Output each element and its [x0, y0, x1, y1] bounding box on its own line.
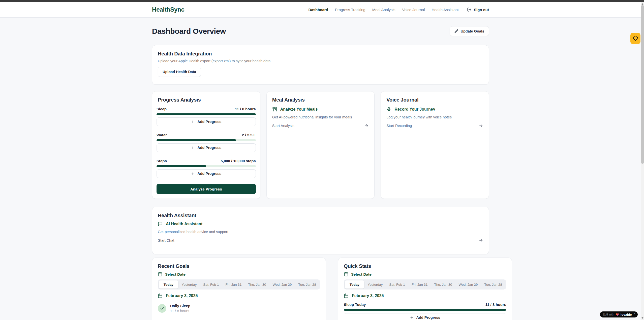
add-progress-button[interactable]: Add Progress: [157, 117, 256, 126]
assistant-description: Get personalized health advice and suppo…: [158, 230, 483, 234]
recent-goals-title: Recent Goals: [158, 263, 320, 269]
date-tabs: Today Yesterday Sat, Feb 1 Fri, Jan 31 T…: [344, 279, 506, 290]
stat-value: 11 / 8 hours: [485, 302, 506, 307]
selected-date-button[interactable]: February 3, 2025: [158, 293, 320, 298]
scrollbar-thumb[interactable]: [641, 5, 644, 164]
sign-out-button[interactable]: Sign out: [467, 7, 489, 12]
progress-bar: [157, 139, 256, 141]
scroll-down-arrow[interactable]: [641, 317, 643, 319]
nav-health-assistant[interactable]: Health Assistant: [432, 8, 459, 12]
plus-icon: [191, 146, 195, 150]
date-tab[interactable]: Wed, Jan 29: [270, 280, 295, 289]
add-progress-label: Add Progress: [416, 315, 440, 319]
plus-icon: [191, 172, 195, 176]
update-goals-label: Update Goals: [461, 29, 484, 33]
close-icon[interactable]: ×: [634, 312, 635, 315]
feature-label: Record Your Journey: [394, 107, 435, 112]
analyze-progress-button[interactable]: Analyze Progress: [157, 184, 256, 194]
health-data-title: Health Data Integration: [158, 51, 483, 57]
utensils-icon: [272, 107, 277, 112]
check-icon: [158, 304, 166, 313]
date-tab[interactable]: Thu, Jan 30: [245, 280, 269, 289]
record-your-journey-link[interactable]: Record Your Journey: [386, 107, 483, 112]
date-tab[interactable]: Sat, Feb 1: [200, 280, 222, 289]
action-label: Start Recording: [386, 124, 412, 128]
selected-date-button[interactable]: February 3, 2025: [344, 293, 506, 298]
goal-item-daily-sleep: Daily Sleep 11 / 8 hours: [158, 304, 320, 313]
arrow-right-icon: [364, 123, 369, 128]
add-progress-button[interactable]: Add Progress: [157, 143, 256, 152]
upload-health-data-button[interactable]: Upload Health Data: [158, 67, 201, 77]
progress-analysis-card: Progress Analysis Sleep 11 / 8 hours Add…: [152, 91, 260, 199]
feature-label: AI Health Assistant: [166, 222, 202, 226]
arrow-right-icon: [479, 123, 483, 128]
add-progress-button[interactable]: Add Progress: [344, 313, 506, 320]
main-nav: Dashboard Progress Tracking Meal Analysi…: [308, 7, 489, 12]
date-tab[interactable]: Tue, Jan 28: [295, 280, 319, 289]
browser-top-strip: [0, 0, 644, 2]
calendar-icon: [158, 293, 163, 298]
page-title: Dashboard Overview: [152, 27, 226, 36]
analyze-your-meals-link[interactable]: Analyze Your Meals: [272, 107, 369, 112]
add-progress-button[interactable]: Add Progress: [157, 169, 256, 178]
date-tab-yesterday[interactable]: Yesterday: [179, 280, 200, 289]
quick-stats-title: Quick Stats: [344, 263, 506, 269]
date-tab[interactable]: Fri, Jan 31: [223, 280, 245, 289]
app-logo[interactable]: HealthSync: [152, 6, 185, 13]
date-tab[interactable]: Tue, Jan 28: [481, 280, 505, 289]
app-header: HealthSync Dashboard Progress Tracking M…: [0, 2, 641, 18]
plus-icon: [191, 120, 195, 124]
metric-steps: Steps 5,000 / 10,000 steps Add Progress: [157, 159, 256, 178]
calendar-icon: [158, 272, 162, 276]
ai-health-assistant-link[interactable]: AI Health Assistant: [158, 221, 483, 226]
lovable-label: lovable: [621, 313, 632, 316]
health-assistant-title: Health Assistant: [158, 213, 483, 218]
select-date-label: Select Date: [165, 272, 186, 276]
select-date-button[interactable]: Select Date: [158, 272, 320, 276]
log-out-icon: [467, 7, 472, 12]
lovable-edit-tab[interactable]: [630, 33, 640, 44]
metric-water: Water 2 / 2.5 L Add Progress: [157, 133, 256, 152]
select-date-button[interactable]: Select Date: [344, 272, 506, 276]
date-tab-yesterday[interactable]: Yesterday: [365, 280, 386, 289]
nav-voice-journal[interactable]: Voice Journal: [402, 8, 425, 12]
stat-label: Sleep Today: [344, 302, 366, 307]
arrow-right-icon: [479, 238, 483, 243]
message-square-icon: [158, 221, 163, 226]
select-date-label: Select Date: [351, 272, 372, 276]
recent-goals-card: Recent Goals Select Date Today Yesterday…: [152, 258, 326, 320]
date-tab-today[interactable]: Today: [345, 280, 364, 289]
metric-label: Sleep: [157, 107, 167, 111]
edit-with-lovable-badge[interactable]: Edit with lovable ×: [600, 311, 638, 317]
scrollbar[interactable]: [641, 2, 644, 320]
nav-meal-analysis[interactable]: Meal Analysis: [372, 8, 395, 12]
pencil-icon: [454, 29, 458, 33]
plus-icon: [410, 316, 414, 319]
start-analysis-link[interactable]: Start Analysis: [272, 123, 369, 128]
progress-bar: [157, 113, 256, 115]
metric-value: 2 / 2.5 L: [242, 133, 256, 137]
add-progress-label: Add Progress: [197, 146, 221, 150]
date-tab[interactable]: Wed, Jan 29: [456, 280, 481, 289]
metric-value: 11 / 8 hours: [235, 107, 256, 111]
action-label: Start Chat: [158, 238, 174, 242]
scroll-up-arrow[interactable]: [641, 3, 643, 5]
date-tab[interactable]: Sat, Feb 1: [386, 280, 408, 289]
update-goals-button[interactable]: Update Goals: [450, 26, 489, 36]
selected-date-label: February 3, 2025: [352, 294, 384, 298]
start-chat-link[interactable]: Start Chat: [158, 238, 483, 243]
feature-label: Analyze Your Meals: [280, 107, 318, 112]
lovable-gradient-heart-icon: [616, 313, 619, 316]
nav-progress-tracking[interactable]: Progress Tracking: [335, 8, 365, 12]
progress-bar: [344, 309, 506, 311]
voice-description: Log your health journey with voice notes: [386, 115, 483, 119]
start-recording-link[interactable]: Start Recording: [386, 123, 483, 128]
date-tab[interactable]: Thu, Jan 30: [431, 280, 455, 289]
voice-journal-card: Voice Journal Record Your Journey Log yo…: [381, 91, 489, 199]
date-tab[interactable]: Fri, Jan 31: [409, 280, 431, 289]
nav-dashboard[interactable]: Dashboard: [308, 8, 328, 12]
date-tab-today[interactable]: Today: [159, 280, 178, 289]
edit-with-label: Edit with: [603, 313, 614, 316]
metric-value: 5,000 / 10,000 steps: [221, 159, 256, 163]
sign-out-label: Sign out: [474, 8, 489, 12]
